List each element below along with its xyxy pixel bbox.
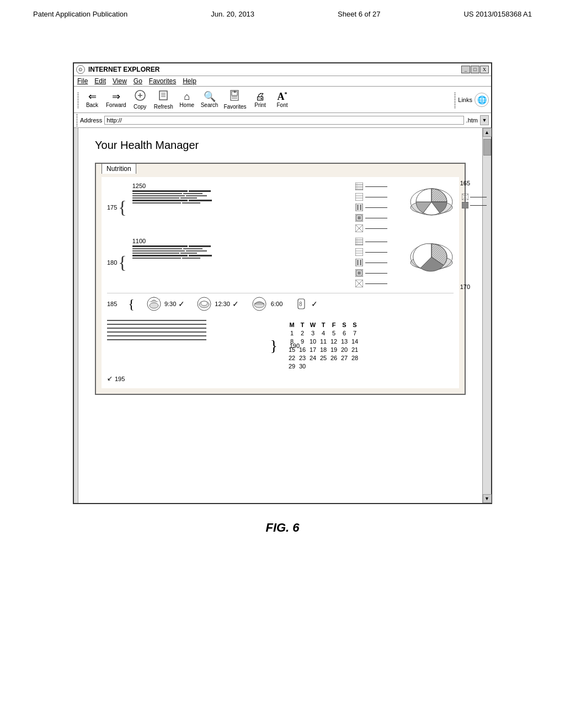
browser-content: Your Health Manager Nutrition 175 { xyxy=(74,128,491,503)
label-180: 180 xyxy=(107,259,117,266)
svg-rect-3 xyxy=(159,91,167,100)
svg-rect-21 xyxy=(357,205,359,210)
activity-lunch: 12:30 ✓ xyxy=(196,297,239,311)
activity-dinner: 6:00 xyxy=(250,297,282,311)
checkmark-2: ✓ xyxy=(232,299,239,309)
pie-chart-1 xyxy=(409,183,454,227)
cal-header-s2: S xyxy=(350,322,359,328)
bracket-175: { xyxy=(118,199,126,216)
links-label: Links xyxy=(458,97,472,103)
bar2-value: 1100 xyxy=(132,238,350,244)
address-input[interactable] xyxy=(104,116,463,125)
menu-bar: File Edit View Go Favorites Help xyxy=(74,76,491,87)
scroll-down-button[interactable]: ▼ xyxy=(483,494,492,503)
svg-rect-44 xyxy=(356,259,363,266)
svg-point-57 xyxy=(150,303,158,308)
address-separator xyxy=(76,114,78,126)
label-185: 185 xyxy=(107,301,117,307)
address-bar: Address .htm ▼ xyxy=(74,113,491,128)
cal-cell: 11 xyxy=(319,338,328,345)
svg-rect-25 xyxy=(358,216,361,220)
cal-cell: 23 xyxy=(298,355,307,361)
svg-rect-20 xyxy=(356,204,363,211)
toolbar-separator-1 xyxy=(77,92,79,108)
search-icon: 🔍 xyxy=(204,92,216,101)
back-button[interactable]: ⇐ Back xyxy=(82,90,102,109)
print-icon: 🖨 xyxy=(255,92,265,101)
activity2-time: 12:30 xyxy=(215,301,230,307)
cal-cell: 19 xyxy=(329,346,338,353)
bracket-180: { xyxy=(118,254,126,271)
svg-line-60 xyxy=(159,299,160,299)
nutrition-inner: 175 { 1250 xyxy=(102,177,459,388)
cal-header-w: W xyxy=(308,322,317,328)
label-175-area: 175 { xyxy=(107,183,127,232)
svg-rect-41 xyxy=(355,248,363,256)
back-icon: ⇐ xyxy=(88,92,97,101)
pie-chart-2 xyxy=(409,238,454,282)
links-area: Links 🌐 xyxy=(454,92,489,108)
menu-edit[interactable]: Edit xyxy=(94,77,106,85)
lunch-icon xyxy=(196,297,212,311)
legend-icon-3 xyxy=(355,204,363,211)
label-175: 175 xyxy=(107,204,117,211)
legend-icon-4 xyxy=(355,214,363,222)
patent-date: Jun. 20, 2013 xyxy=(211,10,254,18)
close-button[interactable]: X xyxy=(480,66,489,73)
pie1-legend xyxy=(462,194,487,208)
minimize-button[interactable]: _ xyxy=(461,66,470,73)
cal-cell: 7 xyxy=(350,330,359,336)
label-190: 190 xyxy=(290,342,300,349)
cal-cell: 29 xyxy=(287,363,296,370)
cal-cell: 26 xyxy=(329,355,338,361)
menu-file[interactable]: File xyxy=(77,77,88,85)
maximize-button[interactable]: □ xyxy=(471,66,479,73)
cal-cell: 10 xyxy=(308,338,317,345)
menu-go[interactable]: Go xyxy=(134,77,142,85)
bracket-190: } xyxy=(270,337,278,355)
label-165: 165 xyxy=(460,180,470,186)
cal-cell: 27 xyxy=(340,355,349,361)
patent-left: Patent Application Publication xyxy=(33,10,127,18)
links-separator xyxy=(454,92,456,108)
cal-cell: 3 xyxy=(308,330,317,336)
home-button[interactable]: ⌂ Home xyxy=(177,90,197,109)
svg-rect-49 xyxy=(358,271,361,275)
font-button[interactable]: A* Font xyxy=(273,90,292,109)
cal-header-t2: T xyxy=(319,322,328,328)
print-button[interactable]: 🖨 Print xyxy=(250,90,270,109)
cal-header-m: M xyxy=(287,322,296,328)
forward-button[interactable]: ⇒ Forward xyxy=(104,90,128,109)
title-bar-controls[interactable]: _ □ X xyxy=(461,66,489,73)
refresh-button[interactable]: Refresh xyxy=(152,88,175,111)
checkmark-1: ✓ xyxy=(178,299,185,309)
svg-point-63 xyxy=(201,301,207,306)
address-dropdown[interactable]: ▼ xyxy=(480,115,489,125)
menu-view[interactable]: View xyxy=(113,77,127,85)
label-195: 195 xyxy=(115,376,125,382)
bar1-line1 xyxy=(132,190,188,192)
cal-header-t1: T xyxy=(298,322,307,328)
cal-cell: 6 xyxy=(340,330,349,336)
favorites-icon xyxy=(229,89,241,103)
search-button[interactable]: 🔍 Search xyxy=(199,90,220,109)
bracket-185: { xyxy=(128,297,135,311)
font-icon: A* xyxy=(278,92,287,101)
favorites-button[interactable]: Favorites xyxy=(222,88,248,111)
checkmark-4: ✓ xyxy=(311,299,318,309)
menu-favorites[interactable]: Favorites xyxy=(149,77,176,85)
cal-cell: 2 xyxy=(298,330,307,336)
copy-button[interactable]: Copy xyxy=(130,88,150,111)
menu-help[interactable]: Help xyxy=(183,77,196,85)
address-label: Address xyxy=(80,117,102,124)
scroll-up-button[interactable]: ▲ xyxy=(483,128,492,137)
cal-cell: 14 xyxy=(350,338,359,345)
bottom-section: } 190 M T W xyxy=(107,320,454,371)
chart-section-2: 180 { 1100 xyxy=(107,238,454,287)
cal-cell: 22 xyxy=(287,355,296,361)
svg-rect-46 xyxy=(360,260,361,265)
annotation-195-area: ↙ 195 xyxy=(107,374,454,383)
scroll-thumb[interactable] xyxy=(483,139,491,156)
dinner-icon xyxy=(250,297,269,311)
legend-icon-1 xyxy=(355,183,363,190)
